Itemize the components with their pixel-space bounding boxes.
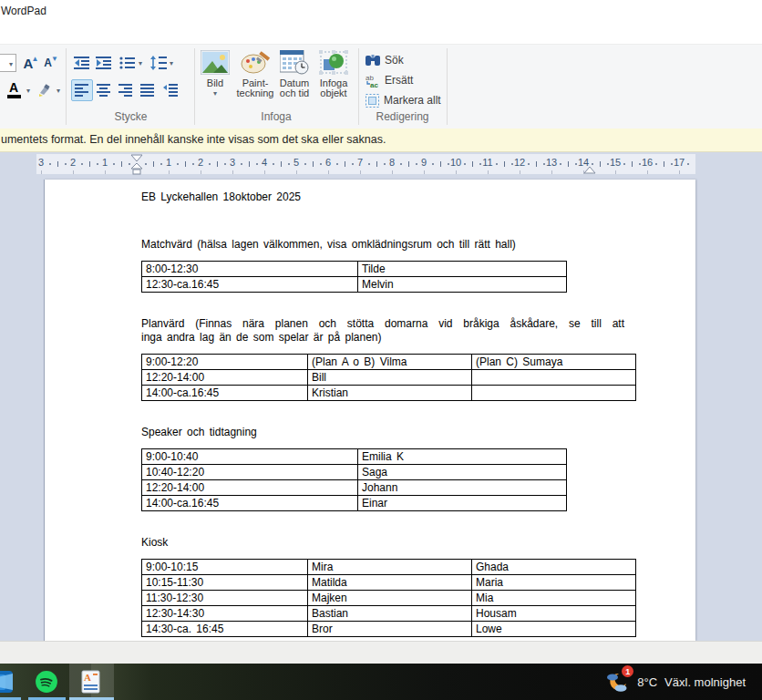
- table-cell[interactable]: Einar: [358, 496, 567, 511]
- font-color-button[interactable]: A: [3, 79, 25, 101]
- taskbar-spotify-app[interactable]: [28, 664, 66, 700]
- section-heading[interactable]: Planvärd (Finnas nära planen och stötta …: [141, 317, 695, 345]
- table-cell[interactable]: 14:30-ca. 16:45: [142, 622, 308, 637]
- indent-marker-icon[interactable]: [129, 154, 144, 176]
- down-arrow-icon: ▼: [51, 55, 58, 63]
- schedule-table[interactable]: 9:00-10:15MiraGhada10:15-11:30MatildaMar…: [141, 559, 636, 637]
- insert-object-button[interactable]: Infoga objekt: [314, 50, 353, 98]
- table-cell[interactable]: Johann: [358, 480, 567, 496]
- replace-button[interactable]: ab ac Ersätt: [366, 72, 413, 88]
- ruler-minor-mark: [201, 170, 201, 174]
- taskbar-wordpad-app[interactable]: A: [69, 664, 114, 700]
- align-right-button[interactable]: [115, 79, 137, 101]
- paragraph-button[interactable]: [160, 79, 181, 101]
- table-cell[interactable]: Bror: [308, 622, 472, 637]
- table-cell[interactable]: 9:00-12:20: [142, 355, 308, 370]
- table-cell[interactable]: Housam: [472, 606, 636, 622]
- table-cell[interactable]: Maria: [472, 575, 636, 591]
- table-cell[interactable]: Tilde: [358, 262, 567, 277]
- section-heading-line[interactable]: Kiosk: [141, 536, 695, 550]
- section-heading-line[interactable]: inga andra lag än de som spelar är på pl…: [141, 331, 695, 345]
- table-cell[interactable]: 11:30-12:30: [142, 591, 308, 606]
- ruler-dot: [209, 163, 211, 165]
- select-all-button[interactable]: Markera allt: [366, 92, 441, 108]
- titlebar: WordPad: [0, 0, 762, 44]
- table-cell[interactable]: Emilia K: [358, 449, 567, 465]
- table-cell[interactable]: 12:30-14:30: [142, 606, 308, 622]
- chevron-down-icon[interactable]: ▾: [57, 87, 60, 95]
- schedule-table[interactable]: 9:00-12:20(Plan A o B) Vilma(Plan C) Sum…: [141, 354, 636, 401]
- mail-app-icon: [0, 670, 15, 694]
- table-cell[interactable]: 10:15-11:30: [142, 575, 308, 591]
- section-heading[interactable]: Speaker och tidtagning: [141, 426, 695, 439]
- chevron-down-icon[interactable]: ▾: [139, 59, 142, 67]
- taskbar-mail-app[interactable]: [0, 664, 22, 700]
- table-cell[interactable]: 12:30-ca.16:45: [142, 277, 358, 293]
- document-page[interactable]: EB Lyckehallen 18oktober 2025 Matchvärd …: [44, 180, 695, 641]
- increase-indent-icon: [96, 56, 112, 70]
- paint-drawing-button[interactable]: Paint- teckning: [235, 50, 275, 98]
- font-size-combo[interactable]: ▾: [0, 54, 16, 72]
- ruler-minor-mark: [456, 170, 457, 174]
- table-cell[interactable]: 12:20-14:00: [142, 370, 308, 386]
- table-cell[interactable]: Saga: [358, 465, 567, 480]
- table-cell[interactable]: 10:40-12:20: [142, 465, 358, 480]
- table-cell[interactable]: Lowe: [472, 622, 636, 637]
- list-button[interactable]: [118, 53, 138, 73]
- table-cell[interactable]: 9:00-10:15: [142, 560, 308, 575]
- right-indent-marker-icon[interactable]: [583, 166, 596, 174]
- table-cell[interactable]: Bill: [308, 370, 472, 386]
- ruler-dot: [592, 163, 593, 165]
- find-button[interactable]: Sök: [366, 52, 404, 68]
- table-cell[interactable]: Mira: [308, 560, 472, 575]
- shrink-font-button[interactable]: A▼: [42, 53, 60, 73]
- section-heading-line[interactable]: Speaker och tidtagning: [141, 426, 695, 439]
- decrease-indent-button[interactable]: [72, 53, 92, 73]
- ruler-dot: [655, 163, 657, 165]
- table-cell[interactable]: [472, 370, 636, 386]
- table-cell[interactable]: Bastian: [308, 606, 472, 622]
- weather-widget[interactable]: 1 8°C Växl. molnighet: [604, 664, 746, 700]
- section-heading[interactable]: Kiosk: [141, 536, 695, 550]
- table-cell[interactable]: 9:00-10:40: [142, 449, 358, 465]
- chevron-down-icon[interactable]: ▾: [170, 59, 173, 67]
- ruler-number: 3: [226, 157, 239, 168]
- table-cell[interactable]: Matilda: [308, 575, 472, 591]
- font-color-icon: A: [9, 82, 18, 94]
- section-heading-line[interactable]: Planvärd (Finnas nära planen och stötta …: [141, 317, 624, 331]
- table-row: 10:15-11:30MatildaMaria: [142, 575, 636, 591]
- table-cell[interactable]: 12:20-14:00: [142, 480, 358, 496]
- table-cell[interactable]: [472, 386, 636, 401]
- table-cell[interactable]: 14:00-ca.16:45: [142, 496, 358, 511]
- ruler[interactable]: 3211234567891011121314151617: [36, 154, 695, 174]
- table-cell[interactable]: Majken: [308, 591, 472, 606]
- schedule-table[interactable]: 9:00-10:40Emilia K10:40-12:20Saga12:20-1…: [141, 448, 567, 511]
- line-spacing-button[interactable]: [149, 53, 169, 73]
- document-title[interactable]: EB Lyckehallen 18oktober 2025: [141, 190, 695, 204]
- schedule-table[interactable]: 8:00-12:30Tilde12:30-ca.16:45Melvin: [141, 261, 567, 293]
- chevron-down-icon[interactable]: ▾: [26, 87, 30, 95]
- insert-picture-button[interactable]: Bild ▾: [197, 50, 233, 98]
- table-cell[interactable]: Mia: [472, 591, 636, 606]
- select-all-label: Markera allt: [384, 94, 441, 107]
- table-cell[interactable]: Melvin: [358, 277, 567, 293]
- ruler-tick: [568, 161, 569, 167]
- date-time-button[interactable]: Datum och tid: [275, 50, 314, 98]
- section-heading[interactable]: Matchvärd (hälsa lagen välkommen, visa o…: [141, 238, 695, 252]
- align-center-button[interactable]: [93, 79, 115, 101]
- grow-font-button[interactable]: A▲: [21, 53, 41, 73]
- line-spacing-icon: [150, 56, 167, 70]
- table-cell[interactable]: (Plan A o B) Vilma: [308, 355, 472, 370]
- table-cell[interactable]: Ghada: [472, 560, 636, 575]
- table-cell[interactable]: 14:00-ca.16:45: [142, 386, 308, 401]
- increase-indent-button[interactable]: [94, 53, 114, 73]
- justify-button[interactable]: [137, 79, 159, 101]
- table-cell[interactable]: 8:00-12:30: [142, 262, 358, 277]
- table-cell[interactable]: (Plan C) Sumaya: [472, 355, 636, 370]
- highlight-button[interactable]: [34, 79, 56, 101]
- wordpad-window: WordPad ▾ A▲ A▼ A ▾ ▾: [0, 0, 762, 700]
- align-left-button[interactable]: [71, 79, 93, 101]
- section-heading-line[interactable]: Matchvärd (hälsa lagen välkommen, visa o…: [141, 238, 695, 252]
- table-cell[interactable]: Kristian: [308, 386, 472, 401]
- ruler-tick: [121, 161, 122, 167]
